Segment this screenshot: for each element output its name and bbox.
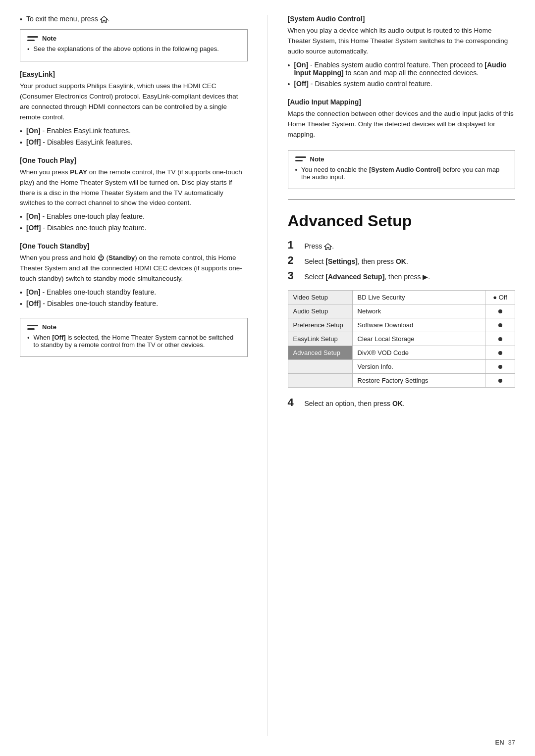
table-cell-col2: Clear Local Storage	[352, 332, 485, 346]
note-label-3: Note	[310, 155, 324, 163]
sa-bullet-2-text: [Off] - Disables system audio control fe…	[294, 80, 432, 88]
ots-bullet-2: [Off] - Disables one-touch standby featu…	[20, 300, 248, 308]
one-touch-standby-title: [One Touch Standby]	[20, 242, 248, 250]
one-touch-play-body: When you press PLAY on the remote contro…	[20, 167, 248, 209]
note-icon-3	[295, 156, 306, 161]
table-cell-col2: Network	[352, 304, 485, 318]
table-row: Audio Setup Network	[288, 304, 515, 318]
easylink-bullet-2: [Off] - Disables EasyLink features.	[20, 138, 248, 147]
step-3: 3 Select [Advanced Setup], then press ▶.	[288, 270, 516, 282]
note-header-3: Note	[295, 155, 508, 163]
table-cell-col3	[485, 346, 515, 359]
audio-input-body: Maps the connection between other device…	[288, 109, 516, 140]
table-cell-col2: BD Live Security	[352, 290, 485, 304]
note-box-2: Note When [Off] is selected, the Home Th…	[20, 318, 248, 357]
table-cell-col1	[288, 373, 352, 387]
step-4-text: Select an option, then press OK.	[305, 397, 405, 409]
table-row: Restore Factory Settings	[288, 373, 515, 387]
note1-bullet-text: See the explanations of the above option…	[34, 45, 219, 52]
easylink-bullet-1: [On] - Enables EasyLink features.	[20, 127, 248, 135]
table-row: Video Setup BD Live Security ● Off	[288, 290, 515, 304]
one-touch-standby-body: When you press and hold ⏻ (Standby) on t…	[20, 253, 248, 284]
note1-bullet: See the explanations of the above option…	[27, 45, 240, 53]
step-3-num: 3	[288, 270, 300, 282]
easylink-title: [EasyLink]	[20, 70, 248, 78]
table-cell-col1	[288, 359, 352, 373]
page-footer: EN 37	[495, 739, 515, 746]
table-cell-col3	[485, 304, 515, 318]
ots-bullet-1: [On] - Enables one-touch standby feature…	[20, 288, 248, 297]
advanced-setup-section: Advanced Setup 1 Press . 2 S	[288, 199, 516, 409]
table-cell-col3: ● Off	[485, 290, 515, 304]
system-audio-body: When you play a device which its audio o…	[288, 26, 516, 57]
note-label-2: Note	[42, 323, 56, 331]
table-row: Preference Setup Software Download	[288, 318, 515, 332]
table-row: Version Info.	[288, 359, 515, 373]
table-cell-col3	[485, 359, 515, 373]
steps-container: 1 Press . 2 Select [Settings], then pres…	[288, 239, 516, 282]
table-row-highlight: Advanced Setup DivX® VOD Code	[288, 346, 515, 359]
note-box-1: Note See the explanations of the above o…	[20, 29, 248, 61]
page: To exit the menu, press . Note See the e	[0, 0, 535, 756]
note3-bullet: You need to enable the [System Audio Con…	[295, 166, 508, 181]
note2-bullet-text: When [Off] is selected, the Home Theater…	[34, 334, 240, 349]
otp-bullet-2: [Off] - Disables one-touch play feature.	[20, 224, 248, 232]
step-1-num: 1	[288, 239, 300, 251]
note-box-3: Note You need to enable the [System Audi…	[288, 150, 516, 189]
step-2-text: Select [Settings], then press OK.	[305, 254, 408, 267]
easylink-bullet-1-text: [On] - Enables EasyLink features.	[26, 127, 131, 135]
step-2: 2 Select [Settings], then press OK.	[288, 254, 516, 267]
left-column: To exit the menu, press . Note See the e	[20, 15, 248, 736]
sa-bullet-1-text: [On] - Enables system audio control feat…	[294, 61, 515, 77]
table-cell-col3	[485, 373, 515, 387]
step-1-text: Press .	[305, 239, 334, 252]
footer-page-num: 37	[508, 739, 515, 746]
system-audio-section: [System Audio Control] When you play a d…	[288, 15, 516, 88]
right-column: [System Audio Control] When you play a d…	[268, 15, 516, 736]
audio-input-title: [Audio Input Mapping]	[288, 98, 516, 106]
ots-bullet-1-text: [On] - Enables one-touch standby feature…	[26, 288, 156, 296]
table-cell-col2: Software Download	[352, 318, 485, 332]
svg-marker-0	[101, 16, 107, 22]
intro-bullet-text: To exit the menu, press .	[26, 15, 110, 23]
table-cell-col2: Version Info.	[352, 359, 485, 373]
sa-bullet-1: [On] - Enables system audio control feat…	[288, 61, 516, 77]
one-touch-play-title: [One Touch Play]	[20, 156, 248, 164]
intro-bullet: To exit the menu, press .	[20, 15, 248, 23]
otp-bullet-1-text: [On] - Enables one-touch play feature.	[26, 212, 145, 220]
easylink-bullet-2-text: [Off] - Disables EasyLink features.	[26, 138, 133, 146]
table-cell-col2: DivX® VOD Code	[352, 346, 485, 359]
home-icon-step1	[324, 243, 332, 250]
table-cell-col1: Preference Setup	[288, 318, 352, 332]
footer-lang: EN	[495, 739, 504, 746]
sa-bullet-2: [Off] - Disables system audio control fe…	[288, 80, 516, 88]
table-row: EasyLink Setup Clear Local Storage	[288, 332, 515, 346]
table-cell-col1: Video Setup	[288, 290, 352, 304]
note-header-2: Note	[27, 323, 240, 331]
one-touch-play-section: [One Touch Play] When you press PLAY on …	[20, 156, 248, 233]
one-touch-standby-section: [One Touch Standby] When you press and h…	[20, 242, 248, 308]
note2-bullet: When [Off] is selected, the Home Theater…	[27, 334, 240, 349]
setup-table: Video Setup BD Live Security ● Off Audio…	[288, 290, 516, 388]
table-cell-col1-highlight: Advanced Setup	[288, 346, 352, 359]
note-header-1: Note	[27, 35, 240, 42]
note-icon-1	[27, 36, 38, 41]
table-cell-col1: EasyLink Setup	[288, 332, 352, 346]
step-4: 4 Select an option, then press OK.	[288, 397, 516, 409]
step-2-num: 2	[288, 254, 300, 266]
svg-marker-1	[324, 244, 331, 250]
easylink-section: [EasyLink] Your product supports Philips…	[20, 70, 248, 147]
system-audio-title: [System Audio Control]	[288, 15, 516, 23]
ots-bullet-2-text: [Off] - Disables one-touch standby featu…	[26, 300, 158, 307]
home-icon	[100, 16, 108, 23]
table-cell-col1: Audio Setup	[288, 304, 352, 318]
note-label-1: Note	[42, 35, 56, 42]
advanced-setup-title: Advanced Setup	[288, 212, 516, 230]
step-3-text: Select [Advanced Setup], then press ▶.	[305, 270, 430, 282]
note3-bullet-text: You need to enable the [System Audio Con…	[301, 166, 508, 181]
table-cell-col3	[485, 332, 515, 346]
otp-bullet-2-text: [Off] - Disables one-touch play feature.	[26, 224, 147, 232]
table-cell-col2: Restore Factory Settings	[352, 373, 485, 387]
step-1: 1 Press .	[288, 239, 516, 252]
step-4-num: 4	[288, 397, 300, 408]
